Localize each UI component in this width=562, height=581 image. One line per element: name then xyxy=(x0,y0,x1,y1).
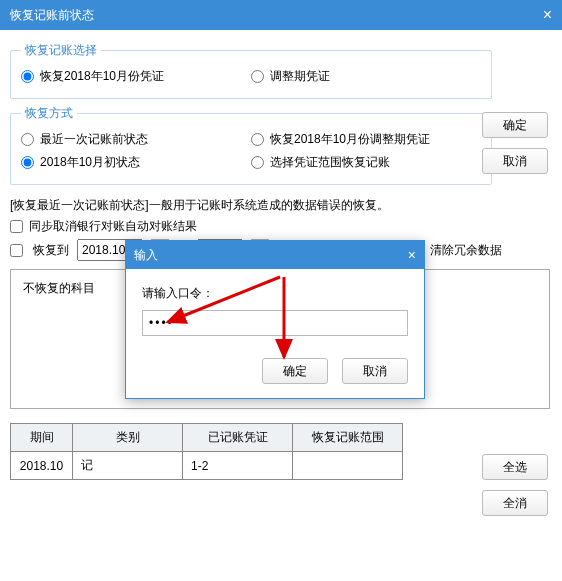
radio-last-state-input[interactable] xyxy=(21,133,34,146)
checkbox-clear-redundant-label: 清除冗余数据 xyxy=(430,242,502,259)
password-dialog-body: 请输入口令： 确定 取消 xyxy=(126,269,424,398)
voucher-table: 期间 类别 已记账凭证 恢复记账范围 2018.10 记 1-2 xyxy=(10,423,403,480)
checkbox-sync-cancel[interactable]: 同步取消银行对账自动对账结果 xyxy=(10,218,552,235)
radio-last-state[interactable]: 最近一次记账前状态 xyxy=(21,128,251,151)
radio-restore-adjust-input[interactable] xyxy=(251,133,264,146)
password-dialog-title: 输入 xyxy=(134,247,158,264)
radio-month-initial-input[interactable] xyxy=(21,156,34,169)
radio-adjust-period[interactable]: 调整期凭证 xyxy=(251,65,481,88)
cell-period: 2018.10 xyxy=(11,452,73,480)
checkbox-sync-cancel-input[interactable] xyxy=(10,220,23,233)
password-dialog-buttons: 确定 取消 xyxy=(142,358,408,384)
cell-restore xyxy=(293,452,403,480)
password-dialog-title-bar: 输入 × xyxy=(126,241,424,269)
radio-adjust-period-input[interactable] xyxy=(251,70,264,83)
ok-button[interactable]: 确定 xyxy=(482,112,548,138)
table-row[interactable]: 2018.10 记 1-2 xyxy=(11,452,403,480)
exclude-accounts-label: 不恢复的科目 xyxy=(23,281,95,295)
cell-posted: 1-2 xyxy=(183,452,293,480)
radio-adjust-period-label: 调整期凭证 xyxy=(270,68,330,85)
radio-restore-month-input[interactable] xyxy=(21,70,34,83)
checkbox-sync-cancel-label: 同步取消银行对账自动对账结果 xyxy=(29,218,197,235)
radio-last-state-label: 最近一次记账前状态 xyxy=(40,131,148,148)
window-title-bar: 恢复记账前状态 × xyxy=(0,0,562,30)
selection-buttons: 全选 全消 xyxy=(482,454,548,516)
close-icon[interactable]: × xyxy=(408,247,416,263)
cell-type: 记 xyxy=(73,452,183,480)
th-restore-range: 恢复记账范围 xyxy=(293,424,403,452)
cancel-button[interactable]: 取消 xyxy=(482,148,548,174)
radio-restore-adjust-label: 恢复2018年10月份调整期凭证 xyxy=(270,131,430,148)
close-icon[interactable]: × xyxy=(543,0,552,30)
radio-month-initial[interactable]: 2018年10月初状态 xyxy=(21,151,251,174)
th-type: 类别 xyxy=(73,424,183,452)
radio-select-range-label: 选择凭证范围恢复记账 xyxy=(270,154,390,171)
password-cancel-button[interactable]: 取消 xyxy=(342,358,408,384)
side-buttons: 确定 取消 xyxy=(482,112,548,174)
radio-select-range-input[interactable] xyxy=(251,156,264,169)
group-restore-method-legend: 恢复方式 xyxy=(21,105,77,122)
th-posted: 已记账凭证 xyxy=(183,424,293,452)
table-header-row: 期间 类别 已记账凭证 恢复记账范围 xyxy=(11,424,403,452)
radio-select-range[interactable]: 选择凭证范围恢复记账 xyxy=(251,151,481,174)
restore-to-label: 恢复到 xyxy=(33,242,69,259)
th-period: 期间 xyxy=(11,424,73,452)
password-dialog: 输入 × 请输入口令： 确定 取消 xyxy=(125,240,425,399)
checkbox-restore-to-input[interactable] xyxy=(10,244,23,257)
group-restore-select-legend: 恢复记账选择 xyxy=(21,42,101,59)
password-prompt: 请输入口令： xyxy=(142,285,408,302)
description-text: [恢复最近一次记账前状态]一般用于记账时系统造成的数据错误的恢复。 xyxy=(10,197,552,214)
group-restore-method: 恢复方式 最近一次记账前状态 恢复2018年10月份调整期凭证 2018年10月… xyxy=(10,105,492,185)
group-restore-select: 恢复记账选择 恢复2018年10月份凭证 调整期凭证 xyxy=(10,42,492,99)
radio-restore-month-label: 恢复2018年10月份凭证 xyxy=(40,68,164,85)
deselect-all-button[interactable]: 全消 xyxy=(482,490,548,516)
radio-month-initial-label: 2018年10月初状态 xyxy=(40,154,140,171)
password-input[interactable] xyxy=(142,310,408,336)
window-title: 恢复记账前状态 xyxy=(10,0,94,30)
radio-restore-adjust[interactable]: 恢复2018年10月份调整期凭证 xyxy=(251,128,481,151)
password-ok-button[interactable]: 确定 xyxy=(262,358,328,384)
select-all-button[interactable]: 全选 xyxy=(482,454,548,480)
radio-restore-month[interactable]: 恢复2018年10月份凭证 xyxy=(21,65,251,88)
